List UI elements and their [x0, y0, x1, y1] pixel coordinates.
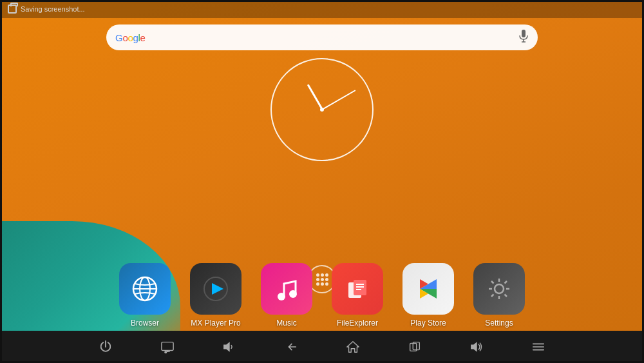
status-bar: Saving screenshot... [0, 0, 644, 18]
app-dock: Browser MX Player Pro Music [119, 263, 525, 328]
app-item-music[interactable]: Music [261, 263, 312, 328]
svg-marker-28 [224, 343, 229, 351]
app-item-browser[interactable]: Browser [119, 263, 171, 328]
app-icon-settings [473, 263, 525, 315]
svg-point-27 [165, 351, 167, 353]
svg-marker-29 [347, 342, 359, 353]
minute-hand [322, 90, 356, 110]
main-screen: Saving screenshot... Google [0, 0, 644, 363]
app-label-music: Music [276, 319, 296, 328]
screenshot-icon [8, 5, 17, 14]
svg-line-23 [491, 295, 494, 297]
clock-widget [270, 58, 374, 161]
clock-center [320, 108, 324, 112]
search-bar[interactable]: Google [106, 25, 538, 50]
svg-marker-7 [212, 283, 223, 295]
mic-icon[interactable] [518, 30, 529, 45]
svg-rect-24 [162, 342, 173, 351]
app-icon-play-store [402, 263, 454, 315]
app-label-play-store: Play Store [410, 319, 446, 328]
app-label-mx-player: MX Player Pro [191, 319, 240, 328]
app-icon-file-explorer [332, 263, 383, 315]
app-item-settings[interactable]: Settings [473, 263, 525, 328]
svg-line-20 [491, 281, 494, 284]
app-icon-mx-player [190, 263, 242, 315]
app-icon-music [261, 263, 312, 315]
nav-volume-down-button[interactable] [218, 335, 241, 358]
clock-face [270, 58, 374, 161]
app-item-mx-player[interactable]: MX Player Pro [190, 263, 242, 328]
nav-menu-button[interactable] [527, 335, 550, 358]
app-label-file-explorer: FileExplorer [337, 319, 378, 328]
nav-volume-up-button[interactable] [465, 335, 488, 358]
hour-hand [307, 84, 323, 110]
nav-screenshot-button[interactable] [156, 335, 179, 358]
status-message: Saving screenshot... [21, 5, 85, 13]
app-item-file-explorer[interactable]: FileExplorer [332, 263, 383, 328]
nav-power-button[interactable] [94, 335, 117, 358]
app-label-browser: Browser [131, 319, 159, 328]
svg-point-9 [289, 290, 297, 298]
nav-home-button[interactable] [341, 335, 365, 358]
google-logo: Google [115, 32, 146, 43]
svg-line-22 [505, 281, 507, 284]
app-label-settings: Settings [485, 319, 513, 328]
nav-recents-button[interactable] [403, 335, 426, 358]
search-input[interactable] [151, 32, 518, 43]
app-icon-browser [119, 263, 171, 315]
svg-point-8 [278, 293, 285, 300]
app-item-play-store[interactable]: Play Store [402, 263, 454, 328]
svg-line-21 [505, 295, 507, 297]
nav-back-button[interactable] [279, 335, 303, 358]
nav-bar [0, 331, 644, 363]
svg-point-15 [495, 284, 504, 293]
svg-marker-32 [471, 343, 477, 351]
svg-rect-0 [522, 30, 526, 37]
